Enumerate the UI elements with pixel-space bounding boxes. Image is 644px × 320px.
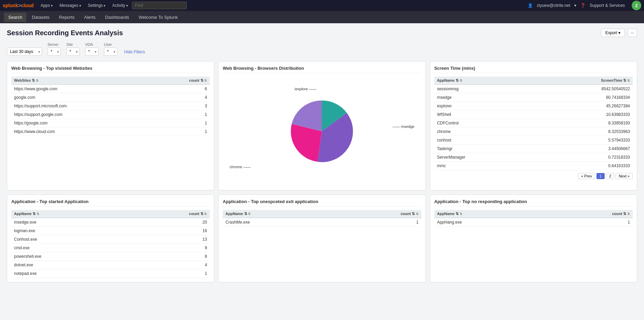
count-cell: 9 [127,244,210,252]
app-cell: AppHang.exe [434,218,547,227]
col-appname-started[interactable]: AppName ⇅ [11,210,127,218]
table-row: conhost5.57943333 [434,136,633,145]
screen-time-table: AppName ⇅ ScreenTime ⇅ sessionmsg8542.50… [434,77,633,170]
time-cell: 8.32533963 [533,128,633,136]
activity-menu[interactable]: Activity ▾ [109,2,131,9]
col-count[interactable]: count ⇅ [153,77,210,85]
chevron-down-icon: ▾ [574,3,576,8]
col-appname-responding[interactable]: AppName ⇅ [434,210,547,218]
website-cell: https://www.google.com [11,85,153,93]
time-select[interactable]: Last 30 days [7,48,42,56]
website-cell: https://support.google.com [11,110,153,119]
app-cell: msedge [434,93,533,102]
web-browsing-top-table: WebSites ⇅ count ⇅ https://www.google.co… [11,77,210,136]
col-count-responding[interactable]: count ⇅ [547,210,633,218]
bottom-panels: Application - Top started Application Ap… [7,195,637,282]
site-label: Site [66,42,80,46]
table-row: CDFControl8.33858193 [434,119,633,128]
col-screentime[interactable]: ScreenTime ⇅ [533,77,633,85]
col-appname[interactable]: AppName ⇅ [434,77,533,85]
table-row: msedge60.74168334 [434,93,633,102]
site-filter-group: Site * [66,42,80,56]
subnav-search[interactable]: Search [4,13,26,22]
app-top-no-responding-title: Application - Top no responding applicat… [434,199,633,206]
header-actions: Export ▾ ··· [601,29,637,37]
apps-menu[interactable]: Apps ▾ [38,2,55,9]
col-count-started[interactable]: count ⇅ [127,210,210,218]
subnav-reports[interactable]: Reports [55,13,79,22]
messages-label: Messages [60,3,78,8]
time-cell: 3.44506667 [533,145,633,153]
subnav-datasets[interactable]: Datasets [28,13,53,22]
subnav-alerts[interactable]: Alerts [80,13,100,22]
count-cell: 8 [127,252,210,261]
table-row: dotnet.exe4 [11,261,210,269]
find-input[interactable] [132,2,187,9]
col-appname-unexpected[interactable]: AppName ⇅ [223,210,335,218]
page-1-button[interactable]: 1 [596,173,605,179]
user-select-wrapper[interactable]: * [104,48,117,56]
more-button[interactable]: ··· [628,29,637,37]
table-row: WfShell10.63983333 [434,110,633,119]
filters-row: Last 30 days Server * Site * VDA [7,42,637,56]
time-cell: 60.74168334 [533,93,633,102]
col-website[interactable]: WebSites ⇅ [11,77,153,85]
count-cell: 1 [547,218,633,227]
prev-page-button[interactable]: « Prev [578,173,595,179]
hide-filters-button[interactable]: Hide Filters [123,48,146,56]
user-select[interactable]: * [104,48,117,56]
app-cell: sessionmsg [434,85,533,93]
screen-time-pagination: « Prev 1 2 Next » [434,170,633,181]
vda-select[interactable]: * [85,48,98,56]
app-cell: Conhost.exe [11,235,127,244]
vda-filter-group: VDA * [85,42,98,56]
time-select-wrapper[interactable]: Last 30 days [7,48,42,56]
subnav-welcome[interactable]: Welcome To Splunk [134,13,182,22]
app-top-unexpected-panel: Application - Top unexpceted exit applic… [218,195,425,282]
site-select[interactable]: * [66,48,80,56]
next-page-button[interactable]: Next » [616,173,633,179]
app-cell: dotnet.exe [11,261,127,269]
server-select[interactable]: * [48,48,61,56]
count-cell: 16 [127,227,210,235]
pie-chart [284,94,359,169]
time-cell: 5.57943333 [533,136,633,145]
topnav-right: 👤 ziyuew@citrite.net ▾ ❓ Support & Servi… [528,1,641,10]
table-row: logman.exe16 [11,227,210,235]
col-count-unexpected[interactable]: count ⇅ [336,210,421,218]
export-button[interactable]: Export ▾ [601,29,625,37]
username: ziyuew@citrite.net [537,3,570,8]
table-row: https://support.microsoft.com3 [11,102,210,110]
pie-label-chrome: chrome —— [229,165,251,169]
app-cell: explorer [434,102,533,110]
subnav-dashboards[interactable]: Dashboards [101,13,133,22]
time-cell: 45.26627384 [533,102,633,110]
server-select-wrapper[interactable]: * [48,48,61,56]
top-panels: Web Browsing - Top visisted Websites Web… [7,61,637,190]
vda-select-wrapper[interactable]: * [85,48,98,56]
user-filter-group: User * [104,42,117,56]
settings-chevron-icon: ▾ [104,4,105,8]
apps-label: Apps [41,3,50,8]
site-select-wrapper[interactable]: * [66,48,80,56]
top-navigation: splunk>cloud Apps ▾ Messages ▾ Settings … [0,0,644,11]
table-row: ServerManager0.72318333 [434,153,633,162]
count-cell: 1 [153,128,210,136]
table-row: sessionmsg8542.50540522 [434,85,633,93]
table-row: AppHang.exe1 [434,218,633,227]
page-title: Session Recording Events Analysis [7,29,123,37]
count-cell: 3 [153,102,210,110]
time-cell: 0.64163333 [533,162,633,170]
table-row: mmc0.64163333 [434,162,633,170]
page-2-button[interactable]: 2 [606,173,614,179]
app-cell: cmd.exe [11,244,127,252]
settings-menu[interactable]: Settings ▾ [85,2,108,9]
time-cell: 10.63983333 [533,110,633,119]
messages-menu[interactable]: Messages ▾ [57,2,84,9]
vda-label: VDA [85,42,98,46]
table-row: https://www.google.com6 [11,85,210,93]
table-row: powershell.exe8 [11,252,210,261]
web-browsing-dist-panel: Web Browsing - Browsers Distribution iex… [218,61,425,190]
web-browsing-top-panel: Web Browsing - Top visisted Websites Web… [7,61,214,190]
website-cell: https://google.com [11,119,153,128]
